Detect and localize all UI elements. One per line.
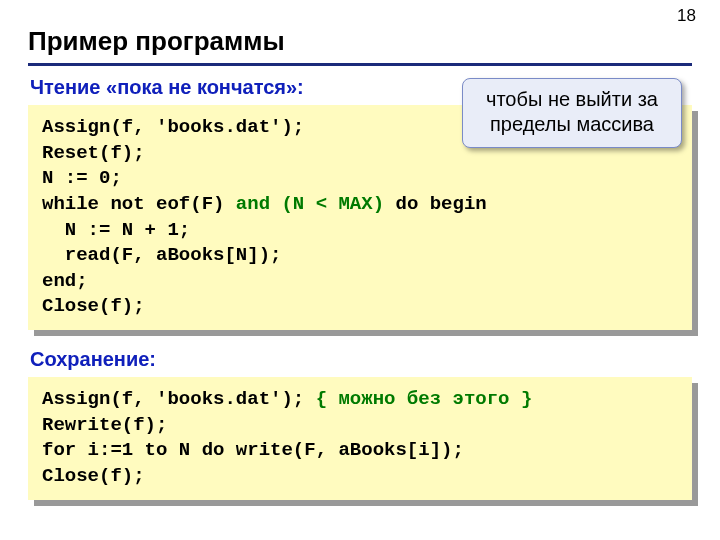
code-line: N := N + 1; xyxy=(42,219,190,241)
code-line: for i:=1 to N do write(F, aBooks[i]); xyxy=(42,439,464,461)
code-line: read(F, aBooks[N]); xyxy=(42,244,281,266)
code-block-2: Assign(f, 'books.dat'); { можно без этог… xyxy=(28,377,692,500)
code-line: Reset(f); xyxy=(42,142,145,164)
section2-heading: Сохранение: xyxy=(30,348,692,371)
code-line: Assign(f, 'books.dat'); xyxy=(42,388,316,410)
code-line: Close(f); xyxy=(42,465,145,487)
title-rule xyxy=(28,63,692,66)
code-keyword: and (N < MAX) xyxy=(236,193,384,215)
page-title: Пример программы xyxy=(28,26,692,57)
code-content-2: Assign(f, 'books.dat'); { можно без этог… xyxy=(28,377,692,500)
code-line: while not eof(F) xyxy=(42,193,236,215)
page-number: 18 xyxy=(677,6,696,26)
code-line: Rewrite(f); xyxy=(42,414,167,436)
code-line: N := 0; xyxy=(42,167,122,189)
code-line: Assign(f, 'books.dat'); xyxy=(42,116,304,138)
callout-box: чтобы не выйти за пределы массива xyxy=(462,78,682,148)
code-line: do begin xyxy=(384,193,487,215)
code-line: Close(f); xyxy=(42,295,145,317)
code-comment: { можно без этого } xyxy=(316,388,533,410)
code-line: end; xyxy=(42,270,88,292)
